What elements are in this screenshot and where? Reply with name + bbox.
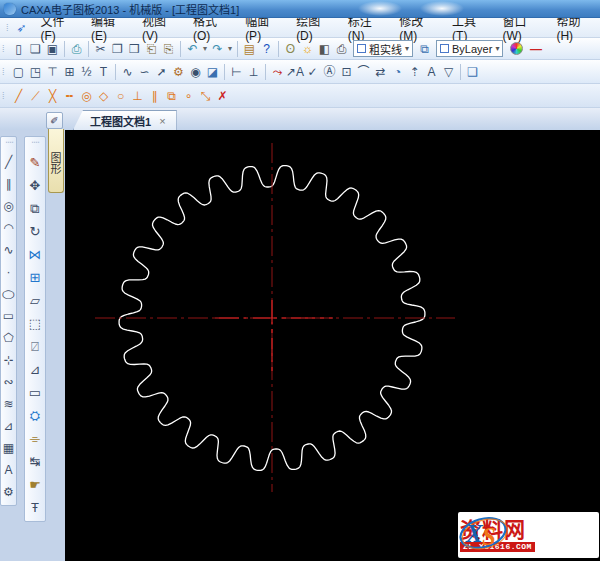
- line-sample-icon[interactable]: —: [527, 40, 544, 58]
- properties-icon[interactable]: ▤: [241, 40, 258, 58]
- serial-number-icon[interactable]: ½: [78, 63, 95, 81]
- arc-icon[interactable]: ◠: [0, 217, 17, 239]
- parallel-icon[interactable]: ∥: [0, 173, 17, 195]
- align-text-icon[interactable]: ⇡: [406, 63, 423, 81]
- wave-line-icon[interactable]: ∽: [136, 63, 153, 81]
- toolbar-grip[interactable]: ⁞: [30, 141, 40, 147]
- datum-icon[interactable]: Ⓐ: [321, 63, 338, 81]
- paste-special-icon[interactable]: ⎘: [160, 40, 177, 58]
- text-icon[interactable]: A: [0, 459, 17, 481]
- linked-circles-icon[interactable]: ⧉: [163, 87, 180, 105]
- layer-print-icon[interactable]: ⎙: [333, 40, 350, 58]
- circle-icon[interactable]: ◎: [0, 195, 17, 217]
- cut-icon[interactable]: ✂: [92, 40, 109, 58]
- clip-icon[interactable]: ⬚: [27, 312, 44, 335]
- redo-icon[interactable]: ↷: [209, 40, 226, 58]
- layer-freeze-icon[interactable]: ☼: [299, 40, 316, 58]
- paste-icon[interactable]: ⎗: [143, 40, 160, 58]
- centerline-icon[interactable]: ╍: [61, 87, 78, 105]
- chevron-down-icon[interactable]: ▾: [405, 44, 409, 53]
- offset-curve-icon[interactable]: ≋: [0, 393, 17, 415]
- frame-settings-icon[interactable]: ▢: [10, 63, 27, 81]
- format-painter-icon[interactable]: ✎: [27, 151, 44, 174]
- section-symbol-icon[interactable]: ◔: [389, 63, 406, 81]
- surface-finish-icon[interactable]: ▽: [440, 63, 457, 81]
- scale-icon[interactable]: ▱: [27, 289, 44, 312]
- close-icon[interactable]: ×: [159, 115, 165, 127]
- title-text-icon[interactable]: T: [95, 63, 112, 81]
- center-line-icon[interactable]: ⊹: [0, 349, 17, 371]
- new-file-icon[interactable]: ▯: [10, 40, 27, 58]
- stretch-icon[interactable]: ▭: [27, 381, 44, 404]
- help-icon[interactable]: ?: [258, 40, 275, 58]
- dim-edit-icon[interactable]: ⌯: [27, 427, 44, 450]
- text-swap-icon[interactable]: ⇄: [372, 63, 389, 81]
- toolbar-grip[interactable]: ⁞: [2, 44, 8, 54]
- leader-icon[interactable]: ⤳: [269, 63, 286, 81]
- arrow-tool-icon[interactable]: ➚: [153, 63, 170, 81]
- redo-dropdown-icon[interactable]: ▾: [226, 40, 234, 58]
- drawing-canvas[interactable]: X S 资料网 ZL.XS1616.COM: [65, 130, 600, 561]
- dim-drive-icon[interactable]: ↹: [27, 450, 44, 473]
- tolerance-icon[interactable]: ⊡: [338, 63, 355, 81]
- dim-smart-icon[interactable]: ⟂: [245, 63, 262, 81]
- layer-settings-icon[interactable]: ⧉: [416, 40, 433, 58]
- rotate-icon[interactable]: ↻: [27, 220, 44, 243]
- chevron-down-icon[interactable]: ▾: [495, 44, 499, 53]
- document-tab[interactable]: 工程图文档1 ×: [73, 110, 177, 130]
- layer-lock-icon[interactable]: ◧: [316, 40, 333, 58]
- tangent-line-icon[interactable]: ⤡: [197, 87, 214, 105]
- rectangle-icon[interactable]: ▭: [0, 305, 17, 327]
- polygon-icon[interactable]: ⬠: [0, 327, 17, 349]
- layer-visible-icon[interactable]: ʘ: [282, 40, 299, 58]
- color-select[interactable]: ByLayer ▾: [436, 40, 503, 57]
- linestyle-select[interactable]: 粗实线 ▾: [353, 40, 413, 57]
- copy-icon[interactable]: ❐: [109, 40, 126, 58]
- parallel-line-icon[interactable]: ∥: [146, 87, 163, 105]
- text-style-icon[interactable]: A: [423, 63, 440, 81]
- mirror-icon[interactable]: ⋈: [27, 243, 44, 266]
- move-icon[interactable]: ✥: [27, 174, 44, 197]
- gear-generate-icon[interactable]: ⚙: [0, 481, 17, 503]
- new-window-icon[interactable]: ❑: [464, 63, 481, 81]
- part-edit-icon[interactable]: ⛭: [27, 404, 44, 427]
- save-file-icon[interactable]: ▣: [44, 40, 61, 58]
- point-icon[interactable]: ·: [0, 261, 17, 283]
- perpendicular-icon[interactable]: ⊥: [129, 87, 146, 105]
- donut-icon[interactable]: ◎: [78, 87, 95, 105]
- extend-icon[interactable]: ⊿: [27, 358, 44, 381]
- undo-dropdown-icon[interactable]: ▾: [201, 40, 209, 58]
- line-icon[interactable]: ╱: [0, 151, 17, 173]
- part-view-icon[interactable]: ◪: [204, 63, 221, 81]
- toolbar-grip[interactable]: ⁞: [2, 67, 8, 77]
- open-file-icon[interactable]: ❏: [27, 40, 44, 58]
- table-icon[interactable]: ⊞: [61, 63, 78, 81]
- check-dim-icon[interactable]: ✓: [304, 63, 321, 81]
- curve-icon[interactable]: ∿: [119, 63, 136, 81]
- spline-icon[interactable]: ∿: [0, 239, 17, 261]
- color-wheel-icon[interactable]: [510, 42, 523, 55]
- array-icon[interactable]: ⊞: [27, 266, 44, 289]
- print-icon[interactable]: ⎙: [68, 40, 85, 58]
- polygon-tool-icon[interactable]: ◇: [95, 87, 112, 105]
- gear-tool-icon[interactable]: ⚙: [170, 63, 187, 81]
- ellipse-icon[interactable]: ◯: [0, 286, 17, 302]
- stamp-icon[interactable]: ◉: [187, 63, 204, 81]
- copy-object-icon[interactable]: ⧉: [27, 197, 44, 220]
- contour-icon[interactable]: ∾: [0, 371, 17, 393]
- pick-edit-icon[interactable]: ☛: [27, 473, 44, 496]
- line-two-point-icon[interactable]: ╱: [10, 87, 27, 105]
- break-icon[interactable]: ⍁: [27, 335, 44, 358]
- cross-line-icon[interactable]: ╳: [44, 87, 61, 105]
- angle-line-icon[interactable]: ⟋: [27, 87, 44, 105]
- titleblock-icon[interactable]: ⊤: [44, 63, 61, 81]
- undo-icon[interactable]: ↶: [184, 40, 201, 58]
- arc-dim-icon[interactable]: ⌒: [355, 63, 372, 81]
- toolbar-grip[interactable]: ⁞: [4, 141, 14, 147]
- tangent-circle-icon[interactable]: ○: [112, 87, 129, 105]
- erase-tool-icon[interactable]: ✗: [214, 87, 231, 105]
- polyline-icon[interactable]: ⊿: [0, 415, 17, 437]
- style-manager-icon[interactable]: ✐: [46, 112, 63, 129]
- toolbar-grip[interactable]: ⁞: [2, 91, 8, 101]
- hatch-icon[interactable]: ▦: [0, 437, 17, 459]
